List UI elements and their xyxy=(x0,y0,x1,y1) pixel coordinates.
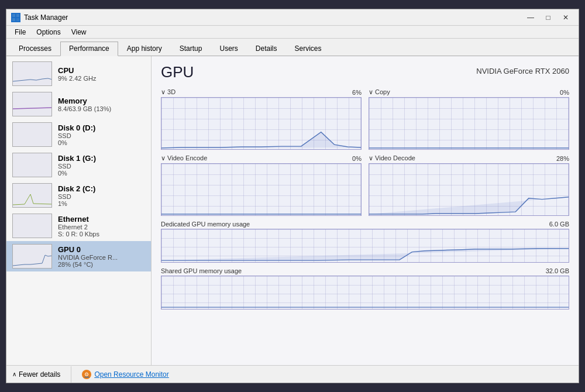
chart-shared-label: Shared GPU memory usage xyxy=(161,267,242,274)
chart-3d-pct: 6% xyxy=(352,89,362,96)
disk0-type: SSD xyxy=(58,132,95,139)
chart-copy: ∨ Copy 0% xyxy=(369,88,569,150)
chart-vencode-area xyxy=(161,163,362,216)
main-content: CPU 9% 2.42 GHz Memory 8.4/63.9 GB (13%) xyxy=(6,56,579,365)
gpu-title: GPU xyxy=(161,63,194,81)
chevron-up-icon: ∧ xyxy=(12,371,16,377)
tab-details[interactable]: Details xyxy=(247,42,286,56)
app-icon xyxy=(11,13,20,22)
chart-3d-header: ∨ 3D 6% xyxy=(161,88,362,96)
chart-vdecode: ∨ Video Decode 28% xyxy=(369,154,569,216)
chart-dedicated-header: Dedicated GPU memory usage 6.0 GB xyxy=(161,221,569,228)
sidebar: CPU 9% 2.42 GHz Memory 8.4/63.9 GB (13%) xyxy=(6,56,152,365)
bottom-bar: ∧ Fewer details ⚙ Open Resource Monitor xyxy=(6,365,579,383)
title-bar: Task Manager — □ ✕ xyxy=(6,9,579,26)
ethernet-thumb xyxy=(12,214,52,238)
fewer-details-label: Fewer details xyxy=(19,370,60,379)
disk0-thumb xyxy=(12,122,52,147)
memory-info: Memory 8.4/63.9 GB (13%) xyxy=(58,97,111,112)
tabs-bar: Processes Performance App history Startu… xyxy=(6,39,579,56)
memory-label: Memory xyxy=(58,97,111,105)
memory-detail: 8.4/63.9 GB (13%) xyxy=(58,105,111,112)
sidebar-item-disk1[interactable]: Disk 1 (G:) SSD 0% xyxy=(6,150,151,180)
gpu0-name: NVIDIA GeForce R... xyxy=(58,254,118,261)
sidebar-item-cpu[interactable]: CPU 9% 2.42 GHz xyxy=(6,59,151,89)
disk2-info: Disk 2 (C:) SSD 1% xyxy=(58,184,95,207)
window-controls: — □ ✕ xyxy=(522,12,574,23)
cpu-thumb xyxy=(12,61,52,86)
task-manager-window: Task Manager — □ ✕ File Options View Pro… xyxy=(6,9,579,383)
title-bar-left: Task Manager xyxy=(11,13,68,22)
chart-vdecode-label: ∨ Video Decode xyxy=(369,154,415,162)
ethernet-info: Ethernet Ethernet 2 S: 0 R: 0 Kbps xyxy=(58,215,99,238)
svg-rect-2 xyxy=(12,18,15,21)
tab-app-history[interactable]: App history xyxy=(118,42,171,56)
sidebar-item-gpu0[interactable]: GPU 0 NVIDIA GeForce R... 28% (54 °C) xyxy=(6,241,151,271)
sidebar-item-memory[interactable]: Memory 8.4/63.9 GB (13%) xyxy=(6,89,151,119)
chart-vdecode-pct: 28% xyxy=(556,155,569,162)
open-resource-monitor-button[interactable]: ⚙ Open Resource Monitor xyxy=(82,370,168,379)
close-button[interactable]: ✕ xyxy=(558,12,574,23)
chart-shared-area xyxy=(161,276,569,310)
chart-dedicated-value: 6.0 GB xyxy=(549,221,569,228)
chart-3d-label: ∨ 3D xyxy=(161,88,176,96)
sidebar-item-ethernet[interactable]: Ethernet Ethernet 2 S: 0 R: 0 Kbps xyxy=(6,211,151,241)
svg-rect-0 xyxy=(12,14,15,17)
chart-dedicated-mem: Dedicated GPU memory usage 6.0 GB xyxy=(161,221,569,263)
disk1-thumb xyxy=(12,153,52,177)
chart-shared-value: 32.0 GB xyxy=(546,267,569,274)
chart-vencode-pct: 0% xyxy=(352,155,362,162)
cpu-label: CPU xyxy=(58,66,96,75)
tab-performance[interactable]: Performance xyxy=(60,42,118,56)
window-title: Task Manager xyxy=(24,13,68,22)
chart-3d: ∨ 3D 6% xyxy=(161,88,362,150)
gpu0-thumb xyxy=(12,244,52,269)
ethernet-speed: S: 0 R: 0 Kbps xyxy=(58,231,99,238)
sidebar-item-disk0[interactable]: Disk 0 (D:) SSD 0% xyxy=(6,119,151,150)
cpu-detail: 9% 2.42 GHz xyxy=(58,75,96,82)
chart-shared-header: Shared GPU memory usage 32.0 GB xyxy=(161,267,569,274)
bottom-divider xyxy=(71,366,71,383)
disk2-label: Disk 2 (C:) xyxy=(58,184,95,193)
chart-dedicated-area xyxy=(161,229,569,263)
chart-shared-mem: Shared GPU memory usage 32.0 GB xyxy=(161,267,569,310)
sidebar-item-disk2[interactable]: Disk 2 (C:) SSD 1% xyxy=(6,180,151,211)
gpu-panel: GPU NVIDIA GeForce RTX 2060 ∨ 3D 6% xyxy=(152,56,579,365)
disk1-pct: 0% xyxy=(58,170,96,177)
disk0-info: Disk 0 (D:) SSD 0% xyxy=(58,123,95,146)
svg-rect-3 xyxy=(16,18,19,21)
tab-users[interactable]: Users xyxy=(211,42,246,56)
ethernet-label: Ethernet xyxy=(58,215,99,223)
tab-processes[interactable]: Processes xyxy=(10,42,60,56)
ethernet-name: Ethernet 2 xyxy=(58,223,99,231)
disk1-type: SSD xyxy=(58,163,96,170)
disk0-pct: 0% xyxy=(58,139,95,146)
disk1-label: Disk 1 (G:) xyxy=(58,154,96,163)
gpu0-info: GPU 0 NVIDIA GeForce R... 28% (54 °C) xyxy=(58,245,118,268)
chart-copy-header: ∨ Copy 0% xyxy=(369,88,569,96)
disk2-type: SSD xyxy=(58,193,95,200)
gpu0-label: GPU 0 xyxy=(58,245,118,254)
menu-bar: File Options View xyxy=(6,26,579,39)
chart-dedicated-label: Dedicated GPU memory usage xyxy=(161,221,250,228)
chart-copy-label: ∨ Copy xyxy=(369,88,390,96)
chart-3d-area xyxy=(161,97,362,150)
svg-rect-1 xyxy=(16,14,19,17)
disk1-info: Disk 1 (G:) SSD 0% xyxy=(58,154,96,177)
charts-row-1: ∨ 3D 6% ∨ Copy 0% xyxy=(161,88,569,150)
menu-view[interactable]: View xyxy=(67,27,91,37)
fewer-details-button[interactable]: ∧ Fewer details xyxy=(12,370,60,379)
charts-row-2: ∨ Video Encode 0% ∨ Video Decode 28% xyxy=(161,154,569,216)
chart-vdecode-header: ∨ Video Decode 28% xyxy=(369,154,569,162)
gpu0-usage: 28% (54 °C) xyxy=(58,261,118,268)
maximize-button[interactable]: □ xyxy=(540,12,556,23)
menu-file[interactable]: File xyxy=(10,27,30,37)
chart-vdecode-area xyxy=(369,163,569,216)
tab-startup[interactable]: Startup xyxy=(171,42,211,56)
tab-services[interactable]: Services xyxy=(286,42,331,56)
disk2-pct: 1% xyxy=(58,200,95,207)
chart-copy-pct: 0% xyxy=(560,89,569,96)
gpu-header: GPU NVIDIA GeForce RTX 2060 xyxy=(161,63,569,81)
menu-options[interactable]: Options xyxy=(32,27,65,37)
minimize-button[interactable]: — xyxy=(522,12,539,23)
